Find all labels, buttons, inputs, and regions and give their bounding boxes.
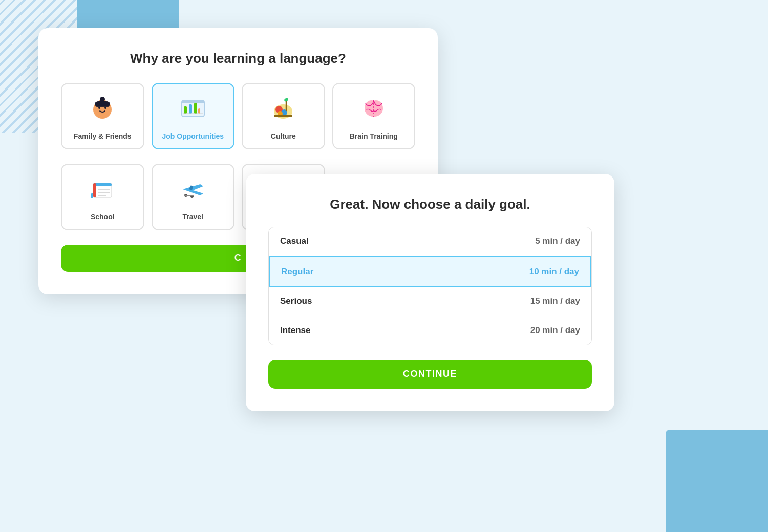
goal-intense-name: Intense	[280, 325, 311, 336]
school-icon	[88, 175, 117, 208]
travel-label: Travel	[183, 213, 203, 221]
goal-casual-name: Casual	[280, 236, 309, 247]
goal-regular-time: 10 min / day	[529, 267, 579, 277]
goal-casual-time: 5 min / day	[535, 236, 580, 247]
svg-rect-28	[91, 193, 93, 198]
svg-rect-31	[184, 195, 194, 196]
card2-continue-button[interactable]: CONTINUE	[268, 360, 592, 389]
svg-rect-20	[274, 115, 292, 117]
svg-rect-3	[95, 101, 110, 106]
svg-rect-9	[184, 106, 187, 114]
background-rect-bottom-right	[666, 430, 768, 532]
job-opportunities-label: Job Opportunities	[162, 132, 224, 140]
goal-regular[interactable]: Regular 10 min / day	[269, 256, 591, 287]
goal-regular-name: Regular	[281, 267, 313, 277]
travel-icon	[179, 175, 207, 208]
family-friends-label: Family & Friends	[74, 132, 132, 140]
option-culture[interactable]: Culture	[242, 83, 325, 149]
culture-icon	[269, 94, 297, 127]
why-learning-title: Why are you learning a language?	[61, 51, 415, 66]
brain-training-icon	[359, 94, 388, 127]
goal-serious[interactable]: Serious 15 min / day	[269, 287, 591, 316]
option-travel[interactable]: Travel	[152, 164, 235, 230]
school-label: School	[91, 213, 115, 221]
job-opportunities-icon	[179, 94, 207, 127]
svg-rect-8	[182, 100, 204, 103]
option-family-friends[interactable]: Family & Friends	[61, 83, 144, 149]
goal-intense-time: 20 min / day	[530, 325, 580, 336]
goal-serious-name: Serious	[280, 296, 312, 306]
background-rect-top	[77, 0, 179, 31]
svg-point-6	[100, 97, 105, 102]
daily-goal-card: Great. Now choose a daily goal. Casual 5…	[246, 174, 614, 411]
svg-point-5	[104, 107, 106, 109]
daily-goal-title: Great. Now choose a daily goal.	[268, 196, 592, 212]
svg-point-4	[98, 107, 100, 109]
goal-casual[interactable]: Casual 5 min / day	[269, 227, 591, 256]
svg-rect-11	[194, 103, 197, 114]
option-school[interactable]: School	[61, 164, 144, 230]
goal-serious-time: 15 min / day	[530, 296, 580, 306]
option-brain-training[interactable]: Brain Training	[332, 83, 416, 149]
svg-rect-10	[189, 104, 192, 114]
options-row-1: Family & Friends Job Opportunities	[61, 83, 415, 149]
svg-rect-12	[198, 108, 200, 114]
brain-training-label: Brain Training	[350, 132, 398, 140]
svg-rect-24	[93, 183, 96, 197]
goal-intense[interactable]: Intense 20 min / day	[269, 316, 591, 345]
option-job-opportunities[interactable]: Job Opportunities	[152, 83, 235, 149]
family-friends-icon	[88, 94, 117, 127]
goals-list: Casual 5 min / day Regular 10 min / day …	[268, 227, 592, 345]
culture-label: Culture	[271, 132, 296, 140]
